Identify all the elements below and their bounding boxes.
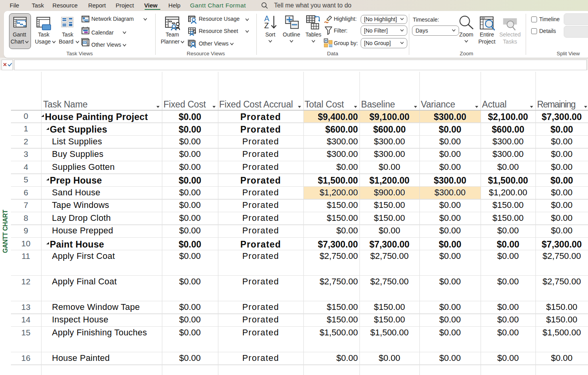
svg-text:Z: Z <box>264 21 269 29</box>
